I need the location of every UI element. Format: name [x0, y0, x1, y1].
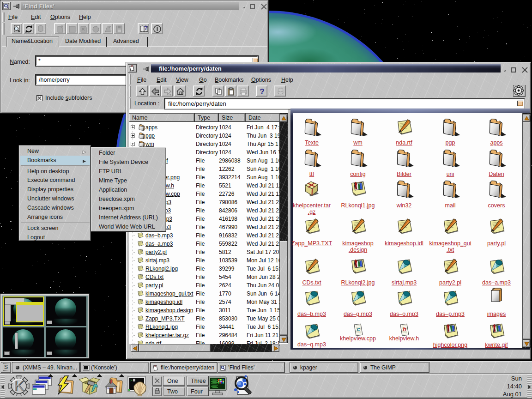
svg-text:h: h [403, 326, 406, 332]
svg-text:>: > [130, 378, 133, 382]
svg-text:?: ? [144, 24, 148, 31]
svg-text:?: ? [260, 87, 264, 96]
svg-text:c: c [357, 326, 360, 332]
svg-text:K: K [13, 378, 24, 394]
